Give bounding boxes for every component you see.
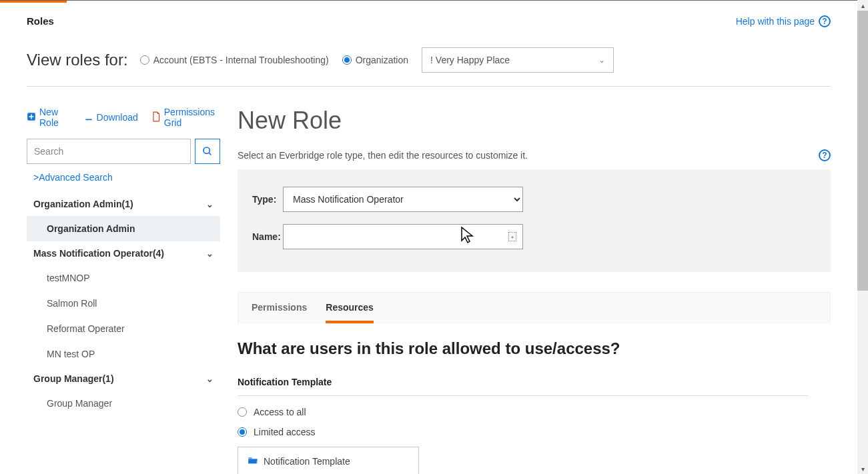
role-name-input[interactable] — [283, 224, 523, 249]
role-group-label: Organization Admin(1) — [33, 199, 133, 209]
role-item[interactable]: testMNOP — [27, 265, 220, 291]
role-item[interactable]: Salmon Roll — [27, 291, 220, 316]
role-group-org-admin[interactable]: Organization Admin(1) ⌄ — [27, 192, 220, 216]
pdf-icon — [151, 111, 161, 124]
search-input[interactable] — [27, 139, 191, 164]
radio-icon — [238, 427, 247, 437]
chevron-down-icon: ⌄ — [206, 374, 213, 384]
scroll-thumb[interactable] — [857, 11, 868, 291]
role-group-label: Mass Notification Operator(4) — [33, 248, 164, 259]
role-item[interactable]: MN test OP — [27, 341, 220, 367]
radio-icon — [238, 407, 247, 417]
download-link[interactable]: Download — [84, 112, 138, 123]
notification-template-heading: Notification Template — [238, 377, 809, 396]
help-link[interactable]: Help with this page ? — [736, 11, 831, 27]
access-all-radio[interactable]: Access to all — [238, 407, 831, 417]
chevron-down-icon: ⌄ — [206, 199, 213, 209]
tab-permissions[interactable]: Permissions — [252, 302, 307, 323]
scroll-up-button[interactable]: ▴ — [857, 0, 868, 11]
vertical-scrollbar[interactable]: ▴ ▾ — [857, 0, 868, 474]
search-button[interactable] — [195, 139, 220, 164]
info-icon[interactable]: ? — [819, 149, 831, 161]
role-item[interactable]: Group Manager — [27, 391, 220, 416]
help-icon: ? — [819, 15, 831, 27]
scroll-down-button[interactable]: ▾ — [857, 463, 868, 474]
chevron-down-icon: ⌄ — [598, 55, 605, 65]
advanced-search-link[interactable]: >Advanced Search — [27, 172, 220, 183]
svg-point-1 — [203, 147, 209, 153]
role-group-mass-notification[interactable]: Mass Notification Operator(4) ⌄ — [27, 241, 220, 265]
new-role-link[interactable]: New Role — [27, 107, 71, 128]
limited-access-radio[interactable]: Limited access — [238, 427, 831, 437]
radio-icon — [140, 55, 149, 65]
scope-account-label: Account (EBTS - Internal Troubleshooting… — [153, 55, 329, 65]
role-type-select[interactable]: Mass Notification Operator — [283, 187, 523, 212]
role-item[interactable]: Reformat Operater — [27, 316, 220, 341]
role-group-group-manager[interactable]: Group Manager(1) ⌄ — [27, 367, 220, 391]
new-role-heading: New Role — [238, 107, 831, 135]
view-roles-label: View roles for: — [27, 51, 128, 69]
scope-organization-radio[interactable]: Organization — [342, 55, 408, 65]
search-icon — [202, 146, 213, 157]
chevron-down-icon: ⌄ — [206, 249, 213, 259]
role-item-organization-admin[interactable]: Organization Admin — [27, 216, 220, 241]
help-link-label: Help with this page — [736, 16, 815, 27]
permissions-grid-label: Permissions Grid — [164, 107, 220, 128]
scope-account-radio[interactable]: Account (EBTS - Internal Troubleshooting… — [140, 55, 329, 65]
limited-access-label: Limited access — [254, 427, 316, 437]
folder-open-icon — [248, 455, 258, 467]
template-folder[interactable]: Notification Template — [238, 447, 418, 467]
name-label: Name: — [252, 231, 283, 242]
new-role-description: Select an Everbridge role type, then edi… — [238, 150, 528, 161]
tab-resources[interactable]: Resources — [326, 302, 374, 323]
download-icon — [84, 112, 93, 123]
type-label: Type: — [252, 194, 283, 205]
organization-select-value: ! Very Happy Place — [430, 55, 510, 65]
template-folder-label: Notification Template — [264, 456, 350, 467]
contact-card-icon[interactable]: ▪ — [508, 232, 516, 241]
plus-icon — [27, 112, 36, 123]
new-role-label: New Role — [39, 107, 71, 128]
page-title: Roles — [27, 11, 54, 27]
download-label: Download — [97, 112, 138, 123]
svg-line-2 — [209, 153, 211, 155]
role-group-label: Group Manager(1) — [33, 373, 114, 384]
template-tree[interactable]: Notification Template — [238, 447, 419, 474]
resources-question: What are users in this role allowed to u… — [238, 339, 831, 358]
scope-organization-label: Organization — [356, 55, 408, 65]
organization-select[interactable]: ! Very Happy Place ⌄ — [422, 47, 614, 73]
permissions-grid-link[interactable]: Permissions Grid — [151, 107, 220, 128]
radio-icon — [342, 55, 352, 65]
access-all-label: Access to all — [254, 407, 306, 417]
